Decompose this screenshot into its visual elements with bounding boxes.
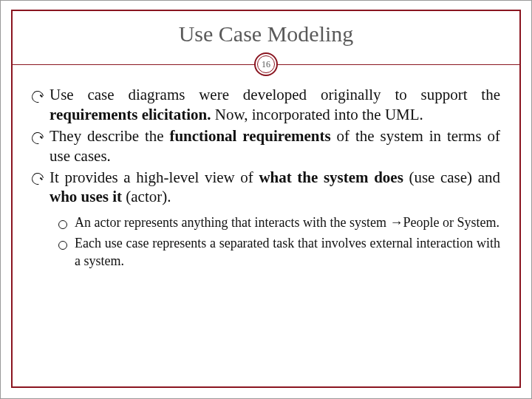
sub-bullet-list: An actor represents anything that intera… [32, 214, 500, 270]
page-number-badge: 16 [254, 52, 278, 76]
bullet-text: It provides a high-level view of [50, 168, 259, 186]
divider-row: 16 [13, 51, 519, 78]
bullet-text: Use case diagrams were developed origina… [50, 86, 500, 103]
bullet-text: (actor). [122, 188, 171, 205]
sub-bullet-text: An actor represents anything that intera… [75, 215, 389, 230]
sub-bullet-text: Each use case represents a separated tas… [75, 236, 500, 268]
sub-bullet-item: An actor represents anything that intera… [58, 214, 500, 232]
page-number: 16 [257, 55, 275, 73]
content-area: Use case diagrams were developed origina… [13, 85, 519, 270]
sub-bullet-item: Each use case represents a separated tas… [58, 235, 500, 270]
bullet-bold: what the system does [259, 168, 403, 186]
bullet-text: Now, incorporated into the UML. [211, 106, 423, 123]
bullet-text: (use case) and [403, 168, 500, 186]
bullet-text: They describe the [50, 127, 169, 145]
slide-inner-border: Use Case Modeling 16 Use case diagrams w… [11, 10, 521, 388]
slide-frame: Use Case Modeling 16 Use case diagrams w… [0, 0, 532, 399]
bullet-item: Use case diagrams were developed origina… [32, 85, 500, 125]
arrow-icon: → [389, 215, 403, 230]
sub-bullet-text: People or System. [403, 215, 499, 230]
bullet-item: They describe the functional requirement… [32, 126, 500, 166]
slide-title: Use Case Modeling [13, 21, 519, 47]
bullet-bold: who uses it [50, 188, 122, 205]
bullet-item: It provides a high-level view of what th… [32, 168, 500, 208]
bullet-bold: requirements elicitation. [50, 106, 211, 123]
main-bullet-list: Use case diagrams were developed origina… [32, 85, 500, 207]
bullet-bold: functional requirements [169, 127, 330, 145]
